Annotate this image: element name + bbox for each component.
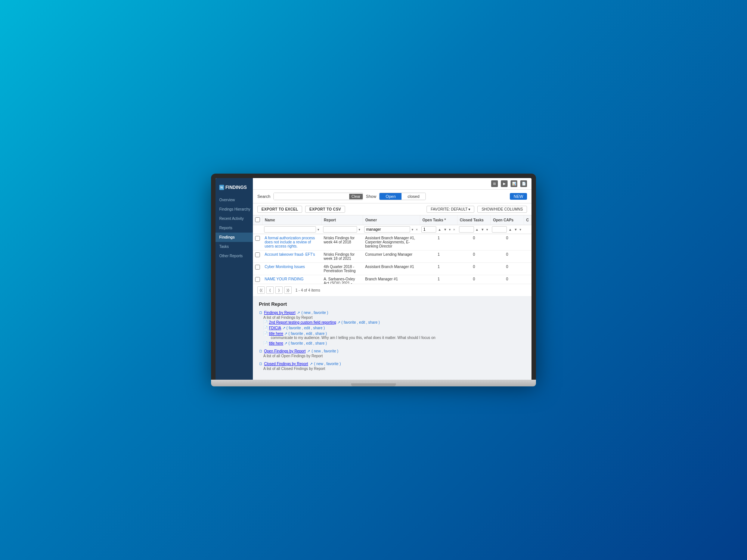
- top-bar: ⊞ ▶ 📊 📄: [253, 178, 531, 190]
- closed-tasks-filter-dropdown[interactable]: ▾: [486, 227, 489, 232]
- row-closed-tasks-1: 0: [458, 251, 491, 263]
- open-tasks-filter-up[interactable]: ▲: [437, 227, 442, 232]
- filter-open-caps-cell: ▲ ▼ ▾: [490, 225, 524, 234]
- open-findings-main: 🗋 Open Findings by Report ↗ ( new , favo…: [259, 349, 526, 353]
- sub-report-2nd-link-wrap: 📄 2nd Report testing custom field report…: [263, 320, 526, 324]
- sidebar-item-findings[interactable]: Findings: [216, 233, 253, 242]
- search-area: Search Clear Show Open closed NEW: [253, 190, 531, 203]
- row-checkbox-0[interactable]: [255, 236, 260, 241]
- row-report-1: Nrisks Findings for week 18 of 2021: [322, 251, 363, 263]
- sub-report-2nd-actions: ( favorite , edit , share ): [341, 320, 380, 324]
- findings-by-report-desc: A list of all Findings by Report: [263, 315, 526, 320]
- sidebar-item-findings-hierarchy[interactable]: Findings Hierarchy: [216, 205, 253, 214]
- open-findings-ext-icon: ↗: [307, 349, 310, 353]
- row-checkbox-3[interactable]: [255, 277, 260, 282]
- row-name-2: Cyber Monitoring Issues: [263, 263, 322, 275]
- findings-by-report-link[interactable]: Findings by Report: [264, 311, 295, 315]
- closed-tasks-filter-input[interactable]: [459, 226, 474, 233]
- open-tasks-filter-input[interactable]: [421, 226, 436, 233]
- table-row: NAME YOUR FINDING A. Sarbanes-Oxley Act …: [253, 275, 531, 284]
- pagination-bar: ⟨⟨ ⟨ ⟩ ⟩⟩ 1 - 4 of 4 items: [253, 284, 531, 296]
- doc-icon[interactable]: 📄: [520, 180, 527, 187]
- show-hide-columns-button[interactable]: SHOW/HIDE COLUMNS: [477, 206, 527, 213]
- open-caps-filter-dropdown[interactable]: ▾: [519, 227, 522, 232]
- open-tasks-filter-dropdown[interactable]: ▾: [448, 227, 452, 232]
- open-tasks-filter-clear[interactable]: ×: [452, 227, 456, 232]
- open-caps-filter-input[interactable]: [492, 226, 507, 233]
- findings-table: Name Report Owner Open Tasks * Closed Ta…: [253, 215, 531, 284]
- sidebar-item-reports[interactable]: Reports: [216, 223, 253, 233]
- sub-report-fdicia-link[interactable]: FDICIA: [269, 326, 281, 330]
- row-owner-2: Assistant Branch Manager #1: [363, 263, 420, 275]
- logo-text: FINDINGS: [226, 185, 247, 190]
- open-tasks-filter-down[interactable]: ▼: [443, 227, 447, 232]
- sidebar-item-recent-activity[interactable]: Recent Activity: [216, 214, 253, 223]
- export-excel-button[interactable]: EXPORT TO EXCEL: [257, 206, 302, 213]
- sub-report-2nd-link[interactable]: 2nd Report testing custom field reportin…: [269, 320, 336, 324]
- owner-filter-clear[interactable]: ×: [415, 227, 418, 232]
- row-open-caps-1: 0: [490, 251, 524, 263]
- play-icon[interactable]: ▶: [501, 180, 508, 187]
- row-open-caps-0: 0: [490, 234, 524, 251]
- open-caps-filter-down[interactable]: ▼: [513, 227, 518, 232]
- open-findings-desc: A list of all Open Findings by Report: [263, 354, 526, 358]
- findings-by-report-main-icon: ↗: [297, 311, 300, 315]
- sub-report-title1-link[interactable]: title here: [269, 332, 283, 336]
- row-name-0: A formal authorization process does not …: [263, 234, 322, 251]
- pagination-prev-button[interactable]: ⟨: [266, 286, 274, 294]
- chart-icon[interactable]: 📊: [511, 180, 517, 187]
- row-col7-2: [524, 263, 531, 275]
- select-all-checkbox[interactable]: [255, 217, 260, 222]
- open-caps-filter-up[interactable]: ▲: [508, 227, 512, 232]
- main-content: ⊞ ▶ 📊 📄 Search Clear Show Open closed: [253, 178, 531, 380]
- closed-tasks-filter-up[interactable]: ▲: [475, 227, 480, 232]
- row-name-3: NAME YOUR FINDING: [263, 275, 322, 284]
- doc-icon-fdicia: 📄: [263, 326, 268, 330]
- doc-icon-title2: 📄: [263, 341, 268, 345]
- pagination-last-button[interactable]: ⟩⟩: [284, 286, 292, 294]
- sub-report-title1-actions: ( favorite , edit , share ): [288, 332, 327, 336]
- screen: N FINDINGS Overview Findings Hierarchy R…: [216, 178, 531, 380]
- closed-findings-desc: A list of all Closed Findings by Report: [263, 367, 526, 371]
- row-checkbox-1[interactable]: [255, 252, 260, 257]
- pagination-next-button[interactable]: ⟩: [275, 286, 283, 294]
- row-checkbox-2[interactable]: [255, 265, 260, 270]
- sidebar-item-tasks[interactable]: Tasks: [216, 242, 253, 251]
- open-findings-link[interactable]: Open Findings by Report: [264, 349, 306, 353]
- favorite-button[interactable]: FAVORITE: DEFAULT ▾: [427, 206, 474, 213]
- row-check-1: [253, 251, 263, 263]
- app-logo: N FINDINGS: [216, 182, 253, 195]
- owner-filter-input[interactable]: [364, 226, 410, 233]
- finding-link-0[interactable]: A formal authorization process does not …: [265, 236, 315, 248]
- closed-toggle-button[interactable]: closed: [402, 193, 425, 200]
- pagination-first-button[interactable]: ⟨⟨: [257, 286, 265, 294]
- name-filter-input[interactable]: [264, 226, 316, 233]
- sub-report-title2-link[interactable]: title here: [269, 341, 283, 345]
- col-header-open-tasks: Open Tasks *: [420, 215, 457, 225]
- sub-report-fdicia-link-wrap: 📄 FDICIA ↗ ( favorite , edit , share ): [263, 326, 526, 330]
- sidebar-item-overview[interactable]: Overview: [216, 195, 253, 205]
- new-button[interactable]: NEW: [510, 193, 527, 200]
- report-filter-dropdown[interactable]: ▾: [358, 227, 361, 232]
- table-row: Account takeover fraud- EFT's Nrisks Fin…: [253, 251, 531, 263]
- closed-findings-link[interactable]: Closed Findings by Report: [264, 362, 308, 366]
- finding-link-1[interactable]: Account takeover fraud- EFT's: [265, 252, 315, 256]
- search-label: Search: [257, 194, 270, 199]
- clear-button[interactable]: Clear: [349, 194, 363, 199]
- grid-icon[interactable]: ⊞: [491, 180, 498, 187]
- row-owner-0: Assistant Branch Manager #1, Carpenter A…: [363, 234, 420, 251]
- export-csv-button[interactable]: EXPORT TO CSV: [305, 206, 345, 213]
- owner-filter-dropdown[interactable]: ▾: [411, 227, 414, 232]
- report-group-findings-by-report: 🗋 Findings by Report ↗ ( new , favorite …: [259, 311, 526, 345]
- closed-findings-actions: ( new , favorite ): [314, 362, 341, 366]
- sub-report-title2-ext-icon: ↗: [284, 341, 287, 345]
- findings-table-wrap: Name Report Owner Open Tasks * Closed Ta…: [253, 215, 531, 284]
- sidebar-item-other-reports[interactable]: Other Reports: [216, 251, 253, 261]
- search-input[interactable]: [274, 193, 349, 200]
- name-filter-dropdown[interactable]: ▾: [317, 227, 320, 232]
- row-report-0: Nrisks Findings for week 44 of 2018: [322, 234, 363, 251]
- report-filter-input[interactable]: [323, 226, 357, 233]
- open-toggle-button[interactable]: Open: [379, 193, 402, 200]
- finding-link-2[interactable]: Cyber Monitoring Issues: [265, 265, 305, 269]
- closed-tasks-filter-down[interactable]: ▼: [480, 227, 485, 232]
